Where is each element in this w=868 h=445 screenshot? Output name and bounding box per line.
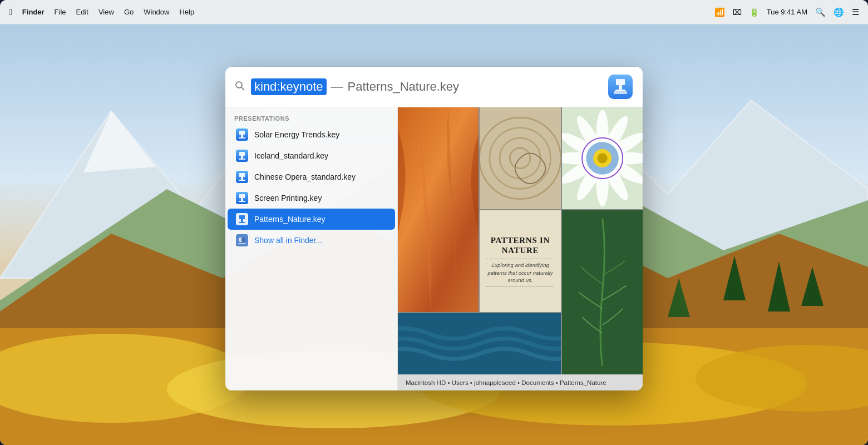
show-all-label: Show all in Finder... [254,236,322,245]
spotlight-search-icon [234,80,245,94]
svg-rect-24 [619,85,622,90]
preview-blue-texture-image [398,313,561,374]
svg-rect-45 [241,219,243,222]
result-label: Patterns_Nature.key [254,215,326,224]
keynote-file-icon [235,191,249,205]
breadcrumb: Macintosh HD • Users • johnappleseed • D… [406,379,606,386]
preview-title-card: PATTERNS IN NATURE Exploring and identif… [480,210,560,312]
preview-image-grid: PATTERNS IN NATURE Exploring and identif… [398,107,643,374]
menubar-left:  Finder File Edit View Go Window Help [9,7,714,17]
list-item-selected[interactable]: Patterns_Nature.key [228,209,395,230]
menubar-help[interactable]: Help [179,8,194,16]
svg-rect-46 [239,222,245,223]
preview-title: PATTERNS IN NATURE [486,235,554,255]
results-list: PRESENTATIONS [225,107,398,390]
result-label: Iceland_standard.key [254,151,328,160]
search-bar[interactable]: kind:keynote — Patterns_Nature.key [225,67,643,107]
svg-line-21 [241,87,244,90]
preview-flower-image [562,107,643,209]
spotlight-popup: kind:keynote — Patterns_Nature.key [225,67,643,390]
search-filename: Patterns_Nature.key [348,80,460,94]
svg-rect-51 [398,107,479,312]
finder-icon [235,234,249,247]
result-label: Chinese Opera_standard.key [254,172,356,181]
airplay-icon[interactable]: ⌧ [733,8,742,17]
notification-center-icon[interactable]: ☰ [852,7,859,17]
list-item[interactable]: Solar Energy Trends.key [228,124,395,145]
menubar-go[interactable]: Go [124,8,134,16]
results-panel: PRESENTATIONS [225,107,643,390]
menubar-right: 📶 ⌧ 🔋 Tue 9:41 AM 🔍 🌐 ☰ [714,7,859,17]
list-item[interactable]: Iceland_standard.key [228,145,395,166]
section-header: PRESENTATIONS [225,112,397,124]
menubar-view[interactable]: View [98,8,114,16]
svg-rect-23 [616,79,625,85]
keynote-file-icon [235,170,249,184]
search-separator: — [331,80,343,94]
svg-rect-28 [239,131,245,135]
svg-rect-50 [238,243,246,244]
preview-subtitle: Exploring and identifying patterns that … [486,259,554,286]
show-all-finder[interactable]: Show all in Finder... [228,230,395,251]
apple-menu[interactable]:  [9,7,12,17]
svg-rect-40 [239,194,245,198]
svg-rect-37 [241,177,243,180]
siri-icon[interactable]: 🌐 [834,7,844,17]
svg-rect-32 [239,152,245,156]
menubar:  Finder File Edit View Go Window Help 📶… [0,0,868,24]
result-label: Solar Energy Trends.key [254,130,339,139]
svg-rect-38 [239,180,245,181]
preview-panel: PATTERNS IN NATURE Exploring and identif… [398,107,643,390]
svg-rect-29 [241,135,243,137]
preview-spiral-image [480,107,560,209]
svg-rect-33 [241,156,243,159]
wifi-icon[interactable]: 📶 [714,7,725,17]
list-item[interactable]: Screen Printing.key [228,187,395,209]
clock: Tue 9:41 AM [767,8,807,16]
battery-icon[interactable]: 🔋 [749,8,759,17]
menubar-finder[interactable]: Finder [22,8,45,16]
search-query[interactable]: kind:keynote — Patterns_Nature.key [251,78,601,95]
search-keyword: kind:keynote [251,78,327,95]
search-menubar-icon[interactable]: 🔍 [815,7,826,17]
preview-canyon-image [398,107,479,312]
laptop-frame:  Finder File Edit View Go Window Help 📶… [0,0,868,445]
svg-rect-34 [239,159,245,160]
keynote-app-icon [607,73,634,100]
result-label: Screen Printing.key [254,194,322,202]
svg-rect-42 [239,201,245,202]
svg-point-49 [241,238,245,242]
list-item[interactable]: Chinese Opera_standard.key [228,166,395,187]
menubar-window[interactable]: Window [144,8,169,16]
keynote-file-icon [235,149,249,162]
svg-rect-30 [239,137,245,139]
svg-rect-36 [239,173,245,177]
svg-rect-41 [241,198,243,201]
preview-footer: Macintosh HD • Users • johnappleseed • D… [398,374,643,390]
keynote-file-icon-selected [235,212,249,226]
preview-fern-image [562,210,643,374]
keynote-file-icon [235,128,249,141]
svg-point-73 [597,153,607,163]
menubar-edit[interactable]: Edit [76,8,88,16]
svg-rect-26 [614,91,627,94]
svg-rect-44 [239,215,245,219]
menubar-file[interactable]: File [55,8,66,16]
svg-rect-25 [615,90,625,91]
